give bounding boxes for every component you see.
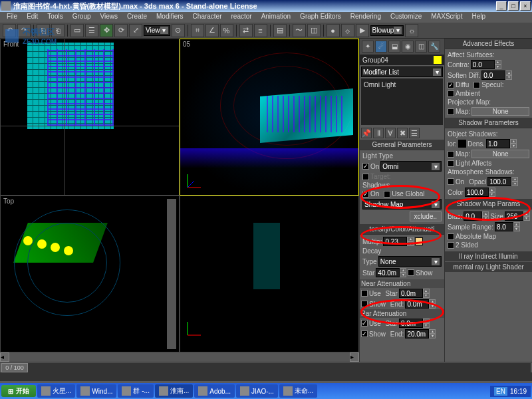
exclude-button[interactable]: xclude.. [410, 211, 442, 221]
scroll-left-button[interactable]: ◂ [0, 352, 9, 362]
specular-checkbox[interactable] [473, 82, 480, 88]
soften-input[interactable] [481, 70, 505, 80]
menu-rendering[interactable]: Rendering [346, 12, 385, 23]
2sided-checkbox[interactable] [448, 242, 454, 249]
task-item[interactable]: JIAO-... [236, 384, 278, 398]
viewport-top[interactable]: Top [0, 196, 180, 352]
angle-snap-button[interactable]: ∠ [205, 24, 219, 37]
system-tray[interactable]: EN16:19 [490, 386, 531, 397]
decay-show-checkbox[interactable] [408, 269, 414, 276]
opacity-spinner[interactable]: ▴▾ [511, 177, 518, 186]
schematic-button[interactable]: ◫ [307, 24, 321, 37]
decay-start-spinner[interactable]: ▴▾ [400, 268, 406, 277]
adv-effects-header[interactable]: Advanced Effects [445, 39, 532, 49]
proj-map-button[interactable]: None [471, 107, 529, 116]
viewport-front[interactable]: Front [0, 39, 180, 196]
task-item[interactable]: 淮南... [155, 384, 193, 398]
layers-button[interactable]: ▤ [273, 24, 287, 37]
shadow-type-dropdown[interactable]: Shadow Map▾ [362, 199, 442, 209]
maximize-button[interactable]: □ [508, 1, 519, 11]
far-show-checkbox[interactable] [361, 331, 368, 337]
size-input[interactable] [505, 211, 523, 221]
far-end-spinner[interactable]: ▴▾ [429, 329, 436, 338]
light-color-swatch[interactable] [415, 237, 423, 245]
menu-character[interactable]: Character [189, 12, 226, 23]
intensity-header[interactable]: tensity/Color/Attenuati [360, 224, 444, 234]
time-thumb[interactable]: 0 / 100 [1, 363, 28, 372]
proj-map-checkbox[interactable] [448, 108, 454, 115]
bias-input[interactable] [464, 211, 482, 221]
near-use-checkbox[interactable] [361, 290, 368, 297]
light-on-checkbox[interactable] [362, 163, 369, 170]
modify-tab[interactable]: ☄ [375, 41, 387, 53]
close-button[interactable]: × [520, 1, 531, 11]
menu-create[interactable]: Create [123, 12, 151, 23]
atmos-color-spinner[interactable]: ▴▾ [489, 188, 495, 197]
utilities-tab[interactable]: 🔧 [428, 41, 440, 53]
curve-editor-button[interactable]: 〜 [293, 24, 306, 37]
modifier-stack[interactable]: Omni Light [361, 78, 443, 125]
near-start-spinner[interactable]: ▴▾ [423, 289, 430, 298]
render-type-dropdown[interactable]: Blowup▾ [370, 25, 404, 36]
absolute-checkbox[interactable] [448, 233, 454, 240]
far-end-input[interactable] [405, 329, 429, 338]
create-tab[interactable]: ✦ [362, 41, 374, 53]
render-scene-button[interactable]: ☼ [341, 24, 354, 37]
menu-animation[interactable]: Animation [257, 12, 295, 23]
scrollbar-v[interactable] [167, 199, 176, 349]
shadow-color-swatch[interactable] [458, 140, 466, 148]
near-end-input[interactable] [405, 299, 429, 309]
scroll-right-button[interactable]: ▸ [350, 352, 359, 362]
sample-input[interactable] [495, 222, 513, 231]
modifier-list-dropdown[interactable]: Modifier List▾ [361, 66, 443, 77]
pin-stack-button[interactable]: 📌 [361, 128, 372, 138]
near-show-checkbox[interactable] [361, 301, 368, 307]
diffuse-checkbox[interactable] [448, 82, 454, 88]
snap-button[interactable]: ⌗ [191, 24, 204, 37]
menu-customize[interactable]: Customize [386, 12, 426, 23]
quick-render-button[interactable]: ▶ [356, 24, 369, 37]
shadow-params-header[interactable]: Shadow Parameters [445, 118, 532, 128]
percent-snap-button[interactable]: % [220, 24, 233, 37]
contrast-input[interactable] [471, 60, 495, 69]
multiplier-spinner[interactable]: ▴▾ [407, 237, 414, 246]
select-name-button[interactable]: ☰ [85, 24, 98, 37]
viewport-extra[interactable] [180, 196, 359, 352]
coord-dropdown[interactable]: View▾ [144, 25, 170, 36]
menu-group[interactable]: Group [68, 12, 95, 23]
menu-views[interactable]: Views [96, 12, 122, 23]
light-affects-checkbox[interactable] [448, 160, 454, 167]
soften-spinner[interactable]: ▴▾ [505, 70, 512, 80]
use-global-checkbox[interactable] [384, 191, 390, 198]
object-name-field[interactable]: Group04 [360, 55, 444, 65]
menu-edit[interactable]: Edit [23, 12, 42, 23]
near-start-input[interactable] [399, 289, 423, 298]
hierarchy-tab[interactable]: ⬓ [388, 41, 400, 53]
minimize-button[interactable]: _ [496, 1, 507, 11]
task-item[interactable]: Wind... [76, 384, 116, 398]
stack-item[interactable]: Omni Light [364, 81, 396, 88]
lang-indicator[interactable]: EN [494, 387, 507, 396]
indirect-illum-header[interactable]: ll ray Indirect Illumin [445, 251, 532, 261]
object-color-swatch[interactable] [434, 56, 442, 64]
atmos-on-checkbox[interactable] [448, 178, 454, 185]
remove-button[interactable]: ✖ [397, 128, 408, 138]
opacity-input[interactable] [487, 177, 511, 186]
bias-spinner[interactable]: ▴▾ [482, 211, 489, 221]
shadow-map-checkbox[interactable] [448, 151, 454, 158]
ambient-checkbox[interactable] [448, 90, 454, 97]
density-spinner[interactable]: ▴▾ [510, 139, 517, 148]
mirror-button[interactable]: ⇄ [239, 24, 253, 37]
start-button[interactable]: ⊞开始 [1, 385, 36, 397]
menu-help[interactable]: Help [467, 12, 489, 23]
decay-type-dropdown[interactable]: None▾ [378, 256, 442, 267]
contrast-spinner[interactable]: ▴▾ [495, 60, 501, 69]
density-input[interactable] [486, 139, 510, 148]
shadows-on-checkbox[interactable] [362, 191, 369, 198]
decay-start-input[interactable] [376, 268, 400, 277]
menu-reactor[interactable]: reactor [227, 12, 256, 23]
render-button[interactable]: ☼ [405, 24, 418, 37]
menu-modifiers[interactable]: Modifiers [152, 12, 188, 23]
material-button[interactable]: ● [327, 24, 340, 37]
far-start-input[interactable] [399, 319, 423, 328]
